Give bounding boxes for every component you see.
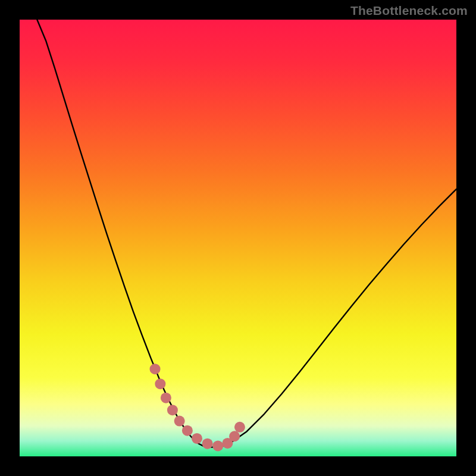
marker-dot: [182, 425, 193, 436]
marker-dot: [161, 393, 171, 403]
marker-dot: [192, 433, 202, 444]
marker-dot: [150, 364, 161, 374]
marker-dot: [229, 431, 240, 441]
marker-dot: [167, 405, 178, 415]
marker-dot: [174, 416, 185, 427]
plot-background: [20, 20, 456, 456]
marker-dot: [234, 422, 245, 433]
marker-dot: [212, 440, 223, 451]
watermark-text: TheBottleneck.com: [350, 4, 468, 18]
marker-dot: [155, 378, 165, 389]
marker-dot: [202, 439, 213, 449]
bottleneck-chart: [0, 0, 476, 476]
chart-stage: TheBottleneck.com: [0, 0, 476, 476]
